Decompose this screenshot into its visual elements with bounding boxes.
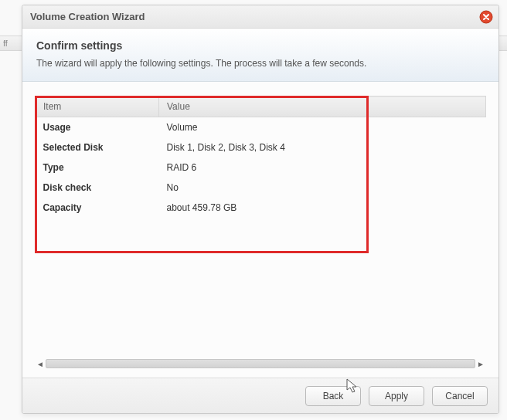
table-row: Usage Volume <box>36 117 486 138</box>
row-key: Disk check <box>36 178 159 198</box>
row-value: No <box>159 178 486 198</box>
row-key: Type <box>36 158 159 178</box>
subtext: The wizard will apply the following sett… <box>36 58 485 69</box>
wizard-dialog: Volume Creation Wizard Confirm settings … <box>22 5 499 414</box>
row-value: RAID 6 <box>159 158 486 178</box>
row-value: Disk 1, Disk 2, Disk 3, Disk 4 <box>159 137 486 158</box>
row-key: Selected Disk <box>36 137 159 158</box>
content-area: Item Value Usage Volume Selected Disk Di… <box>22 82 498 378</box>
row-key: Usage <box>36 117 159 138</box>
scroll-left-arrow-icon[interactable]: ◄ <box>35 358 46 369</box>
close-icon <box>479 10 493 24</box>
apply-button[interactable]: Apply <box>369 386 424 406</box>
footer: Back Apply Cancel <box>22 378 498 413</box>
table-row: Capacity about 459.78 GB <box>36 198 486 218</box>
row-value: about 459.78 GB <box>159 198 486 218</box>
scroll-right-arrow-icon[interactable]: ► <box>475 358 486 369</box>
back-button[interactable]: Back <box>305 386 361 406</box>
col-item: Item <box>36 97 159 117</box>
table-row: Disk check No <box>36 178 486 198</box>
header-area: Confirm settings The wizard will apply t… <box>22 29 498 82</box>
titlebar: Volume Creation Wizard <box>22 5 498 29</box>
table-row: Selected Disk Disk 1, Disk 2, Disk 3, Di… <box>36 137 486 158</box>
scroll-track[interactable] <box>46 359 475 368</box>
horizontal-scrollbar[interactable]: ◄ ► <box>35 357 486 370</box>
cancel-button[interactable]: Cancel <box>432 386 488 406</box>
col-value: Value <box>159 97 486 117</box>
settings-table: Item Value Usage Volume Selected Disk Di… <box>35 96 486 218</box>
close-button[interactable] <box>478 9 494 25</box>
row-key: Capacity <box>36 198 159 218</box>
row-value: Volume <box>159 117 486 138</box>
dialog-title: Volume Creation Wizard <box>30 11 145 22</box>
background-text: ff <box>3 39 8 48</box>
table-row: Type RAID 6 <box>36 158 486 178</box>
headline: Confirm settings <box>36 39 485 52</box>
